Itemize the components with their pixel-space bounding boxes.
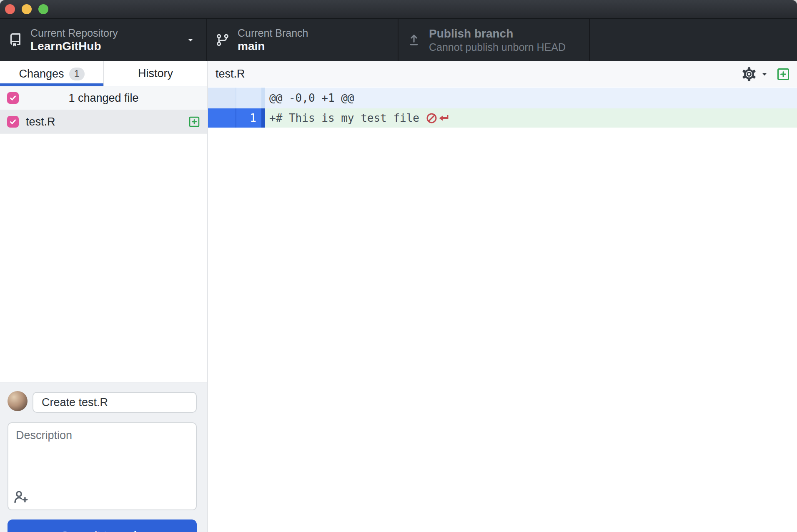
app-window: Current Repository LearnGitHub Current B… [0, 0, 797, 532]
tab-history[interactable]: History [103, 61, 207, 86]
zoom-button[interactable] [38, 4, 48, 14]
avatar [8, 391, 28, 411]
repo-icon [9, 33, 22, 47]
tab-changes[interactable]: Changes 1 [0, 61, 103, 86]
minimize-button[interactable] [22, 4, 32, 14]
titlebar [0, 0, 797, 19]
current-repository-dropdown[interactable]: Current Repository LearnGitHub [0, 19, 207, 61]
current-branch-label: Current Branch [238, 27, 308, 39]
diff-line-added: 1 +# This is my test file [208, 108, 797, 128]
changed-files-summary: 1 changed file [0, 92, 207, 105]
current-repository-label: Current Repository [30, 27, 118, 39]
no-newline-indicator [426, 113, 449, 124]
hunk-header-text: @@ -0,0 +1 @@ [265, 92, 354, 104]
diff-gutter-edge [261, 88, 265, 108]
commit-button[interactable]: Commit to main [8, 519, 197, 532]
close-button[interactable] [5, 4, 15, 14]
diff-file-name: test.R [216, 68, 742, 80]
diff-hunk-header-row: @@ -0,0 +1 @@ [208, 88, 797, 108]
commit-description-box [8, 422, 197, 510]
commit-button-branch: main [117, 529, 144, 532]
file-row-test-r[interactable]: test.R [0, 110, 207, 134]
commit-button-prefix: Commit to [60, 529, 114, 532]
current-branch-dropdown[interactable]: Current Branch main [207, 19, 398, 61]
chevron-down-icon[interactable] [760, 70, 769, 79]
file-list-empty-area [0, 134, 207, 382]
gear-icon[interactable] [742, 67, 757, 82]
tab-history-label: History [138, 67, 173, 80]
add-coauthor-icon[interactable] [13, 489, 28, 504]
current-repository-value: LearnGitHub [30, 39, 118, 53]
return-arrow-icon [438, 113, 449, 124]
upload-icon [407, 33, 421, 47]
diff-view: @@ -0,0 +1 @@ 1 +# This is my test file [208, 88, 797, 532]
tab-changes-label: Changes [19, 68, 64, 80]
diff-gutter-old [208, 88, 236, 108]
file-checkbox[interactable] [7, 116, 19, 128]
changes-count-badge: 1 [69, 68, 85, 80]
file-name: test.R [26, 115, 181, 128]
toolbar-empty-area [590, 19, 797, 61]
diff-header: test.R [208, 61, 797, 87]
diff-line-number[interactable]: 1 [236, 108, 261, 128]
branch-icon [216, 33, 229, 47]
diff-status-added-icon [777, 68, 790, 81]
diff-line-text: +# This is my test file [265, 112, 419, 124]
diff-gutter-new [236, 88, 261, 108]
changed-files-header-row: 1 changed file [0, 86, 207, 110]
commit-description-textarea[interactable] [8, 423, 196, 509]
commit-summary-input[interactable] [33, 392, 197, 413]
diff-line-gutter-old[interactable] [208, 108, 236, 128]
check-icon [9, 118, 17, 126]
toolbar: Current Repository LearnGitHub Current B… [0, 19, 797, 61]
publish-branch-label: Publish branch [429, 27, 566, 41]
diff-gutter-edge [261, 108, 265, 128]
circle-slash-icon [426, 113, 437, 124]
publish-branch-button[interactable]: Publish branch Cannot publish unborn HEA… [398, 19, 590, 61]
chevron-down-icon [185, 35, 195, 45]
sidebar-tabs: Changes 1 History [0, 61, 207, 86]
sidebar: Changes 1 History 1 changed file test.R [0, 61, 208, 532]
commit-panel: Commit to main [0, 382, 207, 532]
current-branch-value: main [238, 39, 308, 53]
file-status-added-icon [188, 116, 200, 128]
publish-branch-subtitle: Cannot publish unborn HEAD [429, 41, 566, 53]
